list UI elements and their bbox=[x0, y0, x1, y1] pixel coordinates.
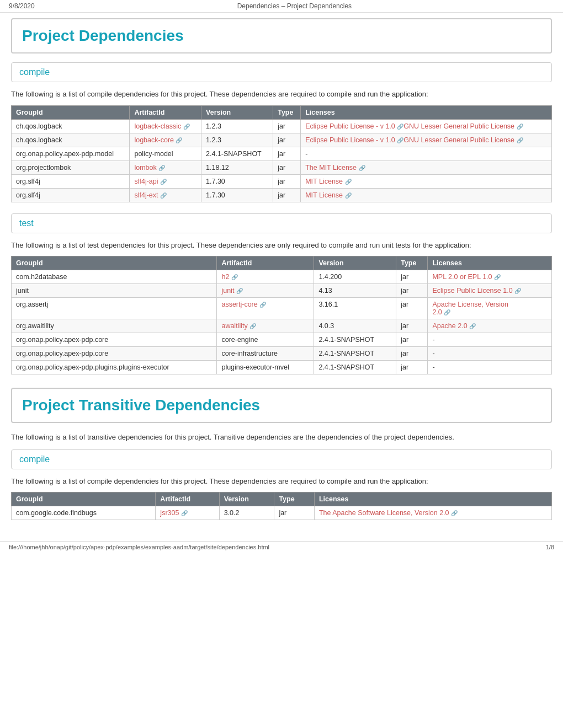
cell-groupid: org.projectlombok bbox=[12, 160, 130, 174]
table-row: org.onap.policy.apex-pdp.plugins.plugins… bbox=[12, 361, 552, 374]
col-version-tc: Version bbox=[219, 493, 274, 506]
artifact-link[interactable]: slf4j-ext 🔗 bbox=[134, 191, 167, 199]
cell-version: 1.7.30 bbox=[201, 174, 273, 188]
compile-description: The following is a list of compile depen… bbox=[11, 89, 552, 100]
table-row: org.onap.policy.apex-pdp.corecore-infras… bbox=[12, 347, 552, 361]
cell-artifactid[interactable]: assertj-core 🔗 bbox=[217, 298, 314, 319]
cell-licenses: Eclipse Public License - v 1.0 🔗GNU Less… bbox=[301, 119, 552, 133]
cell-type: jar bbox=[273, 133, 301, 147]
cell-licenses: Eclipse Public License - v 1.0 🔗GNU Less… bbox=[301, 133, 552, 147]
test-description: The following is a list of test dependen… bbox=[11, 240, 552, 251]
cell-groupid: org.slf4j bbox=[12, 188, 130, 202]
table-row: org.assertjassertj-core 🔗3.16.1jarApache… bbox=[12, 298, 552, 319]
cell-groupid: com.h2database bbox=[12, 270, 217, 284]
test-table-header-row: GroupId ArtifactId Version Type Licenses bbox=[12, 256, 552, 270]
compile-subsection-box: compile bbox=[11, 62, 552, 82]
cell-licenses: MPL 2.0 or EPL 1.0 🔗 bbox=[428, 270, 552, 284]
cell-version: 1.18.12 bbox=[201, 160, 273, 174]
footer-bar: file:///home/jhh/onap/git/policy/apex-pd… bbox=[0, 541, 563, 553]
project-dependencies-title: Project Dependencies bbox=[22, 27, 184, 44]
cell-artifactid[interactable]: logback-core 🔗 bbox=[130, 133, 201, 147]
cell-licenses: Eclipse Public License 1.0 🔗 bbox=[428, 284, 552, 298]
table-row: ch.qos.logbacklogback-classic 🔗1.2.3jarE… bbox=[12, 119, 552, 133]
table-row: junitjunit 🔗4.13jarEclipse Public Licens… bbox=[12, 284, 552, 298]
col-type-tc: Type bbox=[274, 493, 315, 506]
cell-groupid: ch.qos.logback bbox=[12, 119, 130, 133]
cell-artifactid[interactable]: jsr305 🔗 bbox=[156, 506, 219, 520]
cell-groupid: junit bbox=[12, 284, 217, 298]
table-row: org.projectlomboklombok 🔗1.18.12jarThe M… bbox=[12, 160, 552, 174]
artifact-link[interactable]: h2 🔗 bbox=[221, 273, 237, 281]
artifact-link[interactable]: jsr305 🔗 bbox=[160, 509, 188, 517]
cell-groupid: org.onap.policy.apex-pdp.core bbox=[12, 347, 217, 361]
table-row: ch.qos.logbacklogback-core 🔗1.2.3jarEcli… bbox=[12, 133, 552, 147]
artifact-link[interactable]: logback-classic 🔗 bbox=[134, 122, 189, 130]
cell-artifactid[interactable]: awaitility 🔗 bbox=[217, 319, 314, 333]
col-version-t: Version bbox=[314, 256, 396, 270]
cell-groupid: com.google.code.findbugs bbox=[12, 506, 156, 520]
top-bar-date: 9/8/2020 bbox=[9, 2, 35, 10]
test-label: test bbox=[19, 218, 34, 228]
artifact-link[interactable]: junit 🔗 bbox=[221, 287, 242, 295]
cell-artifactid[interactable]: junit 🔗 bbox=[217, 284, 314, 298]
table-row: org.slf4jslf4j-api 🔗1.7.30jarMIT License… bbox=[12, 174, 552, 188]
cell-artifactid[interactable]: lombok 🔗 bbox=[130, 160, 201, 174]
cell-type: jar bbox=[273, 174, 301, 188]
cell-version: 3.0.2 bbox=[219, 506, 274, 520]
transitive-description: The following is a list of transitive de… bbox=[11, 432, 552, 443]
cell-artifactid[interactable]: slf4j-ext 🔗 bbox=[130, 188, 201, 202]
cell-artifactid[interactable]: logback-classic 🔗 bbox=[130, 119, 201, 133]
col-artifactid-t: ArtifactId bbox=[217, 256, 314, 270]
cell-groupid: org.onap.policy.apex-pdp.plugins.plugins… bbox=[12, 361, 217, 374]
col-licenses: Licenses bbox=[301, 105, 552, 119]
cell-type: jar bbox=[396, 347, 428, 361]
cell-type: jar bbox=[273, 147, 301, 160]
cell-groupid: org.awaitility bbox=[12, 319, 217, 333]
col-type: Type bbox=[273, 105, 301, 119]
cell-version: 2.4.1-SNAPSHOT bbox=[201, 147, 273, 160]
cell-licenses: MIT License 🔗 bbox=[301, 174, 552, 188]
transitive-compile-table: GroupId ArtifactId Version Type Licenses… bbox=[11, 492, 552, 520]
artifact-link[interactable]: logback-core 🔗 bbox=[134, 136, 182, 144]
cell-type: jar bbox=[273, 188, 301, 202]
col-groupid-tc: GroupId bbox=[12, 493, 156, 506]
cell-version: 1.4.200 bbox=[314, 270, 396, 284]
cell-version: 1.7.30 bbox=[201, 188, 273, 202]
cell-type: jar bbox=[273, 119, 301, 133]
cell-groupid: org.assertj bbox=[12, 298, 217, 319]
col-type-t: Type bbox=[396, 256, 428, 270]
cell-version: 4.13 bbox=[314, 284, 396, 298]
cell-licenses: MIT License 🔗 bbox=[301, 188, 552, 202]
artifact-link[interactable]: lombok 🔗 bbox=[134, 164, 165, 172]
artifact-link[interactable]: slf4j-api 🔗 bbox=[134, 178, 167, 185]
cell-type: jar bbox=[396, 284, 428, 298]
cell-type: jar bbox=[273, 160, 301, 174]
artifact-link[interactable]: assertj-core 🔗 bbox=[221, 301, 266, 308]
cell-licenses: - bbox=[428, 361, 552, 374]
transitive-compile-header-row: GroupId ArtifactId Version Type Licenses bbox=[12, 493, 552, 506]
cell-artifactid: plugins-executor-mvel bbox=[217, 361, 314, 374]
top-bar-title: Dependencies – Project Dependencies bbox=[237, 2, 352, 10]
table-row: org.onap.policy.apex-pdp.corecore-engine… bbox=[12, 333, 552, 347]
cell-groupid: org.onap.policy.apex-pdp.model bbox=[12, 147, 130, 160]
project-dependencies-box: Project Dependencies bbox=[11, 18, 552, 53]
artifact-link[interactable]: awaitility 🔗 bbox=[221, 322, 256, 330]
cell-artifactid[interactable]: h2 🔗 bbox=[217, 270, 314, 284]
cell-licenses: Apache 2.0 🔗 bbox=[428, 319, 552, 333]
transitive-compile-description: The following is a list of compile depen… bbox=[11, 476, 552, 487]
test-table: GroupId ArtifactId Version Type Licenses… bbox=[11, 256, 552, 374]
cell-artifactid[interactable]: slf4j-api 🔗 bbox=[130, 174, 201, 188]
cell-licenses: The Apache Software License, Version 2.0… bbox=[314, 506, 551, 520]
cell-type: jar bbox=[396, 270, 428, 284]
test-subsection-box: test bbox=[11, 213, 552, 233]
col-licenses-t: Licenses bbox=[428, 256, 552, 270]
cell-licenses: The MIT License 🔗 bbox=[301, 160, 552, 174]
cell-type: jar bbox=[396, 361, 428, 374]
table-row: com.google.code.findbugsjsr305 🔗3.0.2jar… bbox=[12, 506, 552, 520]
table-row: org.awaitilityawaitility 🔗4.0.3jarApache… bbox=[12, 319, 552, 333]
col-licenses-tc: Licenses bbox=[314, 493, 551, 506]
cell-artifactid: core-infrastructure bbox=[217, 347, 314, 361]
transitive-compile-label: compile bbox=[19, 454, 50, 464]
transitive-compile-subsection-box: compile bbox=[11, 449, 552, 469]
cell-version: 4.0.3 bbox=[314, 319, 396, 333]
